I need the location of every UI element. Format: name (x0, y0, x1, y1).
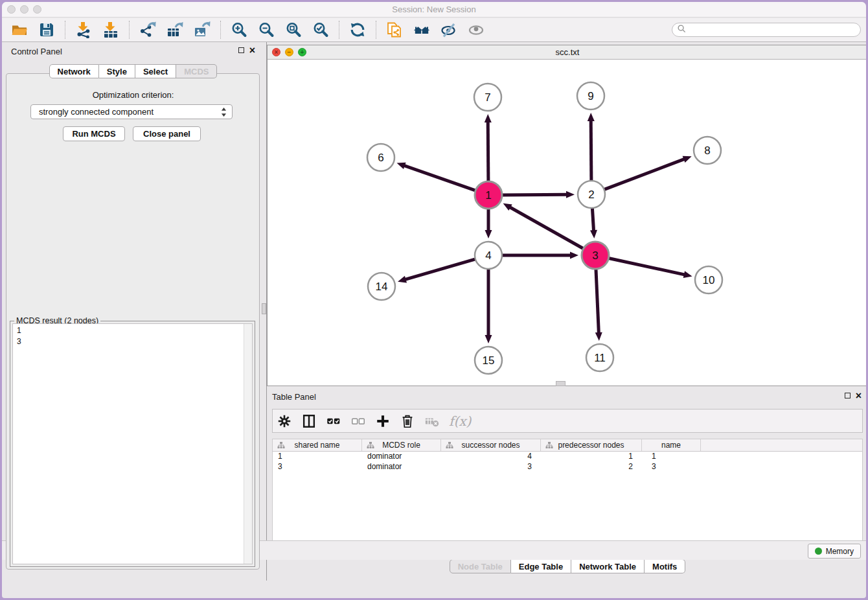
graph-node-label-2: 2 (588, 189, 594, 201)
graph-edge-2-3[interactable] (592, 207, 593, 231)
column-header-mcds-role[interactable]: MCDS role (362, 439, 441, 451)
delete-table-button (424, 413, 440, 430)
export-network-icon (139, 21, 156, 38)
criterion-dropdown-value: strongly connected component (39, 107, 221, 117)
save-session-button[interactable] (33, 19, 60, 40)
criterion-dropdown[interactable]: strongly connected component (30, 104, 233, 119)
graph-edge-1-6[interactable] (404, 165, 476, 190)
control-panel-tabs: NetworkStyleSelectMCDS (5, 64, 262, 78)
fx-icon: f(x) (449, 413, 471, 429)
show-graphics-details-button[interactable] (463, 19, 490, 40)
tab-node-table[interactable]: Node Table (450, 559, 511, 573)
graph-node-label-15: 15 (483, 354, 495, 367)
tab-motifs[interactable]: Motifs (645, 559, 685, 573)
mcds-result-box: MCDS result (2 nodes) 13 (10, 321, 255, 567)
close-panel-button[interactable]: Close panel (133, 126, 201, 141)
table-cell: 3 (273, 462, 362, 472)
export-network-button[interactable] (134, 19, 161, 40)
zoom-selected-button[interactable] (307, 19, 334, 40)
eye-slash-icon (440, 21, 457, 38)
close-table-panel-icon[interactable]: × (856, 392, 862, 399)
optimization-criterion-label: Optimization criterion: (5, 90, 262, 100)
tab-edge-table[interactable]: Edge Table (511, 559, 571, 573)
close-panel-icon[interactable]: × (249, 47, 255, 54)
search-input[interactable] (687, 24, 860, 36)
graph-arrowhead-4-15 (485, 335, 492, 343)
create-column-button[interactable] (375, 413, 391, 430)
tree-icon (446, 441, 453, 449)
column-header-successor-nodes[interactable]: successor nodes (441, 439, 541, 451)
select-all-button[interactable] (326, 413, 341, 430)
table-row[interactable]: 1dominator411 (273, 452, 862, 462)
trash-icon (400, 413, 415, 429)
table-options-button[interactable] (277, 413, 292, 430)
table-row[interactable]: 3dominator323 (273, 462, 862, 472)
horizontal-splitter-handle[interactable] (556, 381, 565, 386)
table-panel-title: Table Panel (272, 392, 316, 402)
export-table-icon (166, 21, 183, 38)
graph-edge-2-8[interactable] (604, 159, 685, 190)
vertical-splitter[interactable] (262, 42, 267, 581)
mcds-result-text: 13 (13, 324, 243, 564)
export-table-button[interactable] (161, 19, 188, 40)
search-field[interactable] (672, 23, 861, 37)
column-label: shared name (294, 441, 339, 450)
mcds-result-scrollbar[interactable] (244, 324, 252, 564)
float-table-panel-icon[interactable] (845, 393, 851, 398)
graph-edge-1-7[interactable] (488, 121, 488, 182)
zoom-fit-button[interactable] (280, 19, 307, 40)
graph-edge-3-10[interactable] (608, 258, 685, 275)
import-network-button[interactable] (70, 19, 97, 40)
hide-graphics-details-button[interactable] (435, 19, 463, 40)
tab-network[interactable]: Network (49, 64, 99, 78)
tab-style[interactable]: Style (99, 64, 135, 78)
apply-preferred-layout-button[interactable] (408, 19, 435, 40)
redraw-network-button[interactable] (344, 19, 371, 40)
tab-select[interactable]: Select (135, 64, 176, 78)
tab-mcds[interactable]: MCDS (176, 64, 217, 78)
zoom-in-icon (231, 21, 247, 38)
save-icon (38, 21, 55, 38)
column-header-predecessor-nodes[interactable]: predecessor nodes (541, 439, 642, 451)
column-header-name[interactable]: name (642, 439, 701, 451)
export-image-button[interactable] (188, 19, 216, 40)
memory-button[interactable]: Memory (808, 544, 861, 559)
zoom-fit-icon (285, 21, 302, 38)
desktop-frame: Session: New Session Control Panel × Net… (0, 0, 868, 600)
graph-arrowhead-1-4 (485, 230, 492, 238)
mcds-result-area[interactable]: 13 (12, 323, 253, 564)
tab-network-table[interactable]: Network Table (571, 559, 645, 573)
float-panel-icon[interactable] (238, 47, 244, 53)
run-mcds-button[interactable]: Run MCDS (63, 126, 125, 141)
column-header-shared-name[interactable]: shared name (273, 439, 362, 451)
deselect-all-button[interactable] (350, 413, 366, 430)
import-table-button[interactable] (97, 19, 124, 40)
clipboard-network-icon (386, 21, 403, 38)
zoom-out-button[interactable] (253, 19, 280, 40)
table-cell: dominator (362, 462, 441, 472)
vertical-splitter-handle[interactable] (262, 303, 266, 314)
graph-arrowhead-3-11 (595, 332, 602, 341)
gear-icon (277, 413, 292, 429)
graph-node-label-7: 7 (485, 91, 490, 104)
table-panel-header: Table Panel × (267, 391, 866, 404)
open-file-button[interactable] (6, 19, 33, 40)
app-titlebar: Session: New Session (2, 2, 866, 17)
graph-edge-4-14[interactable] (405, 259, 476, 280)
graph-node-label-8: 8 (704, 144, 710, 157)
zoom-in-button[interactable] (225, 19, 253, 40)
graph-edge-3-11[interactable] (596, 268, 599, 334)
network-graph[interactable]: 7968124314101511 (268, 60, 866, 386)
tree-icon (367, 441, 374, 449)
toggle-panel-view-button[interactable] (301, 413, 317, 430)
delete-columns-button[interactable] (400, 413, 415, 430)
network-from-selection-button[interactable] (381, 19, 408, 40)
graph-arrowhead-4-3 (570, 252, 578, 259)
tree-icon (277, 441, 285, 449)
graph-edge-3-1[interactable] (509, 207, 584, 249)
table-body: 1dominator4113dominator323 (273, 452, 862, 472)
graph-edge-2-9[interactable] (591, 120, 591, 181)
network-window: × − + scc.txt 7968124314101511 (267, 45, 866, 386)
graph-edge-1-2[interactable] (501, 194, 567, 195)
network-canvas[interactable]: 7968124314101511 (268, 60, 866, 386)
